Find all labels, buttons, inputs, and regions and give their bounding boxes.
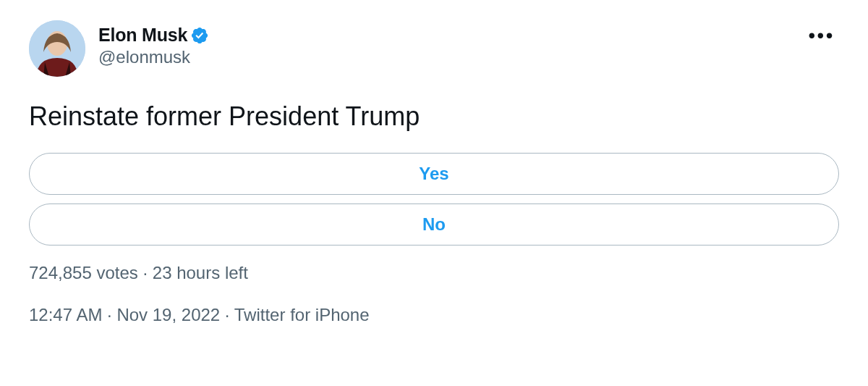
poll-option-yes[interactable]: Yes bbox=[29, 153, 839, 195]
tweet-date: Nov 19, 2022 bbox=[116, 305, 220, 324]
avatar-image bbox=[29, 20, 85, 77]
poll-meta: 724,855 votes23 hours left bbox=[29, 263, 839, 283]
tweet-text: Reinstate former President Trump bbox=[29, 100, 839, 133]
tweet-card: Elon Musk @elonmusk ••• Reinstate former… bbox=[0, 0, 868, 340]
poll: Yes No 724,855 votes23 hours left bbox=[29, 153, 839, 283]
tweet-header: Elon Musk @elonmusk ••• bbox=[29, 20, 839, 77]
display-name-row: Elon Musk bbox=[98, 25, 209, 46]
user-names: Elon Musk @elonmusk bbox=[98, 20, 209, 67]
tweet-time: 12:47 AM bbox=[29, 305, 102, 324]
dot-separator bbox=[102, 305, 116, 324]
tweet-source: Twitter for iPhone bbox=[234, 305, 370, 324]
poll-votes: 724,855 votes bbox=[29, 263, 138, 282]
avatar[interactable] bbox=[29, 20, 85, 77]
poll-option-no[interactable]: No bbox=[29, 204, 839, 246]
dot-separator bbox=[138, 263, 153, 282]
more-options-button[interactable]: ••• bbox=[804, 22, 839, 50]
poll-time-left: 23 hours left bbox=[153, 263, 248, 282]
display-name[interactable]: Elon Musk bbox=[98, 25, 187, 46]
verified-badge-icon bbox=[190, 26, 209, 45]
user-handle[interactable]: @elonmusk bbox=[98, 47, 209, 67]
dot-separator bbox=[220, 305, 234, 324]
tweet-timestamp: 12:47 AMNov 19, 2022Twitter for iPhone bbox=[29, 305, 839, 325]
